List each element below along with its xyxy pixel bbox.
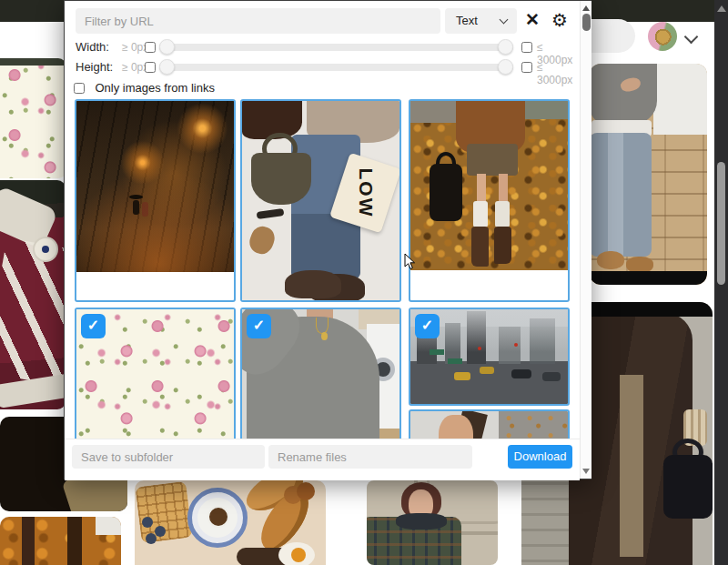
width-slider-track[interactable] — [159, 44, 513, 51]
height-slider-handle-max[interactable] — [498, 59, 513, 75]
width-slider-handle-max[interactable] — [498, 39, 513, 55]
image-tile[interactable] — [409, 99, 570, 302]
hobo-bag — [251, 153, 311, 205]
image-tile[interactable]: LOW — [240, 99, 401, 302]
height-min-checkbox[interactable] — [145, 62, 156, 73]
window-sky — [96, 517, 121, 535]
taxi — [480, 367, 494, 374]
denim-outfit-collage-image: LOW — [242, 101, 399, 300]
partial-selfie-image — [410, 411, 568, 439]
leather-bag — [663, 455, 713, 519]
background-pin-floral — [0, 58, 66, 178]
image-downloader-popup: Text ✕ ⚙ Width: ≥ 0px ≤ 3000px Height: ≥… — [64, 0, 592, 479]
floral-top-band — [0, 58, 66, 66]
riding-boot — [494, 227, 511, 264]
chevron-down-icon — [500, 16, 508, 24]
chevron-down-icon[interactable] — [685, 32, 696, 43]
scroll-down-arrow-icon[interactable] — [582, 469, 590, 474]
image-tile[interactable]: ✓ — [75, 308, 236, 439]
subfolder-input[interactable] — [72, 445, 265, 469]
avatar[interactable] — [648, 22, 677, 51]
glasses — [256, 208, 284, 219]
car — [542, 372, 561, 381]
background-pin-breakfast — [135, 480, 326, 565]
street-sign — [430, 349, 444, 355]
browser-scrollbar-thumb[interactable] — [717, 162, 725, 285]
ugg-boot — [597, 251, 624, 269]
screen: Text ✕ ⚙ Width: ≥ 0px ≤ 3000px Height: ≥… — [0, 0, 728, 565]
autumn-leaves-outfit-image — [410, 101, 568, 270]
height-filter-row: Height: ≥ 0px ≤ 3000px — [65, 57, 580, 77]
height-label: Height: — [76, 60, 113, 74]
background-pin-jeans-selfie — [590, 64, 707, 285]
only-links-row: Only images from links — [74, 79, 215, 94]
browser-scrollbar[interactable] — [714, 0, 728, 565]
sneaker-laces — [0, 237, 66, 386]
blueberry — [155, 526, 166, 537]
coat-collar — [396, 513, 447, 530]
background-pin-window — [0, 517, 121, 565]
stone-wall — [410, 101, 458, 123]
check-badge: ✓ — [247, 314, 271, 338]
coffee-cup — [207, 506, 229, 528]
taxi — [454, 372, 470, 380]
filter-type-value: Text — [456, 14, 478, 27]
mini-skirt — [467, 144, 517, 176]
check-badge: ✓ — [81, 314, 106, 338]
image-bottom-bar — [590, 271, 707, 285]
image-tile[interactable]: ✓ — [409, 308, 570, 406]
only-links-label: Only images from links — [95, 81, 214, 95]
image-tile[interactable] — [409, 409, 570, 439]
height-slider-track[interactable] — [159, 64, 513, 71]
background-pin-plaid-coat — [367, 480, 498, 565]
popup-scrollbar-thumb[interactable] — [582, 14, 591, 31]
width-filter-row: Width: ≥ 0px ≤ 3000px — [65, 37, 580, 57]
window-frame — [67, 517, 82, 565]
popup-footer: Download — [65, 439, 580, 480]
gray-sweater — [590, 64, 657, 126]
night-street-painting-image — [76, 101, 234, 272]
scroll-up-arrow-icon[interactable] — [582, 5, 590, 11]
image-grid: LOW — [65, 96, 580, 439]
only-links-checkbox[interactable] — [74, 83, 85, 94]
width-slider-handle-min[interactable] — [159, 39, 175, 55]
gear-icon[interactable]: ⚙ — [545, 6, 574, 34]
white-wall — [653, 64, 707, 135]
scrunchie — [246, 223, 278, 257]
floral-pattern — [0, 58, 66, 178]
pastry — [297, 482, 315, 500]
window-frame — [22, 517, 35, 565]
download-button[interactable]: Download — [508, 445, 572, 469]
knee-sock — [473, 201, 488, 228]
width-min-checkbox[interactable] — [145, 42, 156, 53]
knee-sock — [495, 201, 510, 228]
filter-type-dropdown[interactable]: Text — [445, 8, 517, 34]
background-pin-converse — [0, 180, 66, 409]
rename-input[interactable] — [268, 445, 472, 469]
close-icon[interactable]: ✕ — [518, 6, 547, 34]
ugg-boots — [285, 270, 341, 298]
tan-trousers — [620, 375, 643, 557]
width-max-checkbox[interactable] — [521, 42, 532, 53]
popup-scrollbar[interactable] — [580, 1, 592, 479]
face — [439, 415, 473, 439]
sneaker-logo-patch — [33, 237, 58, 262]
blueberry — [146, 533, 157, 544]
black-bag — [430, 164, 462, 221]
filter-url-input[interactable] — [76, 8, 440, 34]
height-max-checkbox[interactable] — [521, 62, 532, 73]
height-max-label: ≤ 3000px — [537, 61, 580, 86]
riding-boot — [471, 227, 489, 267]
mouse-cursor — [404, 253, 417, 275]
check-badge: ✓ — [415, 314, 440, 338]
width-label: Width: — [76, 40, 109, 54]
painting-figures — [133, 200, 139, 215]
blueberry — [142, 517, 153, 528]
baggy-jeans — [590, 133, 652, 257]
scroll-up-arrow-icon[interactable] — [717, 5, 726, 12]
image-tile[interactable] — [75, 99, 236, 302]
pendant — [321, 332, 328, 340]
egg-yolk — [291, 548, 306, 562]
image-tile[interactable]: ✓ — [240, 308, 401, 439]
height-slider-handle-min[interactable] — [159, 59, 175, 75]
